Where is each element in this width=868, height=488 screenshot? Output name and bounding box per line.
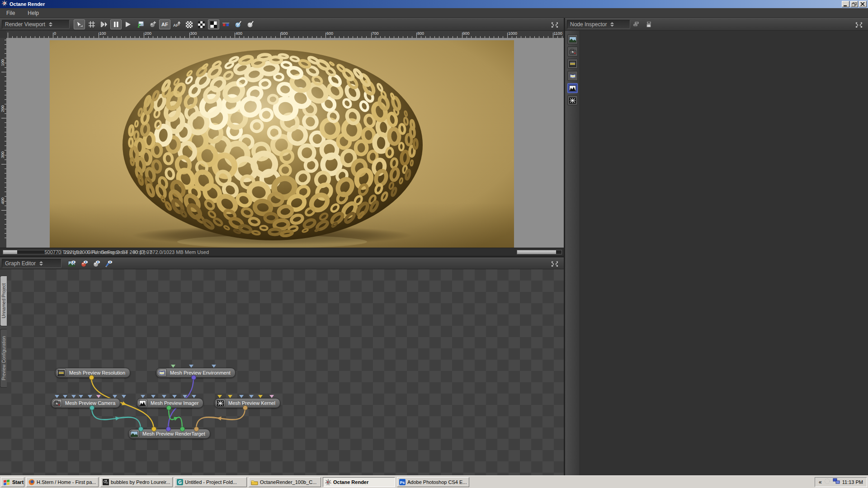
input-pin[interactable] <box>162 395 166 398</box>
pause-render-button[interactable] <box>110 19 122 29</box>
output-socket[interactable] <box>89 375 94 380</box>
close-button[interactable] <box>859 1 867 7</box>
input-pin[interactable] <box>228 395 232 398</box>
render-viewport-header: Render Viewport AFAF <box>0 18 564 31</box>
autofocus-button[interactable]: AF <box>159 19 170 29</box>
input-pin[interactable] <box>171 365 175 368</box>
autofocus-pick-button[interactable]: AF <box>171 19 183 29</box>
minimize-button[interactable] <box>842 1 849 7</box>
input-pin[interactable] <box>269 395 274 398</box>
input-pin[interactable] <box>122 395 126 398</box>
input-pin[interactable] <box>212 365 216 368</box>
input-pin[interactable] <box>96 395 101 398</box>
input-pin[interactable] <box>55 395 59 398</box>
node-environment[interactable]: Mesh Preview Environment <box>156 368 236 378</box>
tab-unnamed-project[interactable]: Unnamed Project <box>0 276 7 326</box>
viewport-selector[interactable]: Render Viewport <box>2 20 70 29</box>
input-pin[interactable] <box>113 395 117 398</box>
graph-fullscreen-button[interactable] <box>549 258 560 268</box>
checker-coarse-button[interactable] <box>196 19 207 29</box>
node-type-imager-button[interactable] <box>567 83 578 93</box>
output-socket[interactable] <box>166 405 171 410</box>
node-kernel[interactable]: Mesh Preview Kernel <box>214 398 280 408</box>
inspector-fullscreen-button[interactable] <box>854 19 864 29</box>
preview-material-button[interactable] <box>79 258 90 268</box>
play-render-button[interactable] <box>123 19 134 29</box>
restore-button[interactable] <box>850 1 858 7</box>
input-pin[interactable] <box>192 395 196 398</box>
tray-dial-icon[interactable] <box>824 478 830 486</box>
title-bar: Octane Render <box>0 0 868 8</box>
save-image-button[interactable] <box>135 19 146 29</box>
menu-bar: File Help <box>0 8 868 18</box>
node-type-image-button[interactable] <box>567 34 578 44</box>
bw-background-button[interactable] <box>208 19 219 29</box>
taskbar-item[interactable]: bubbles by Pedro Loureir... <box>100 477 173 487</box>
ruler-corner <box>0 31 6 38</box>
restart-render-button[interactable] <box>98 19 109 29</box>
taskbar-item[interactable]: PsAdobe Photoshop CS4 E... <box>397 477 469 487</box>
input-socket[interactable] <box>138 427 143 432</box>
octane-logo-icon <box>1 0 8 8</box>
input-pin[interactable] <box>88 395 92 398</box>
tab-preview-configuration[interactable]: Preview Configuration <box>0 329 7 388</box>
preview-paint-button[interactable] <box>103 258 114 268</box>
input-socket[interactable] <box>180 427 185 432</box>
input-pin[interactable] <box>249 395 254 398</box>
film-region-button[interactable] <box>86 19 97 29</box>
graph-editor-selector[interactable]: Graph Editor <box>2 259 61 268</box>
input-pin[interactable] <box>217 395 222 398</box>
output-socket[interactable] <box>191 375 196 380</box>
input-pin[interactable] <box>189 365 193 368</box>
node-imager[interactable]: Mesh Preview Imager <box>137 398 203 408</box>
input-pin[interactable] <box>258 395 263 398</box>
input-pin[interactable] <box>151 395 156 398</box>
render-viewport-canvas[interactable] <box>6 38 564 248</box>
anaglyph-button[interactable] <box>220 19 231 29</box>
node-resolution[interactable]: Mesh Preview Resolution <box>55 368 130 378</box>
input-socket[interactable] <box>166 427 171 432</box>
pick-material-gray-button[interactable] <box>245 19 256 29</box>
taskbar-item[interactable]: GUntitled - Project Fold... <box>175 477 247 487</box>
tree-expand-icon[interactable] <box>643 19 654 29</box>
photoshop-icon: Ps <box>399 479 406 485</box>
tree-collapse-icon[interactable] <box>631 19 642 29</box>
preview-image-button[interactable] <box>66 258 78 268</box>
input-socket[interactable] <box>194 427 199 432</box>
start-button[interactable]: Start <box>1 477 24 487</box>
taskbar-item[interactable]: Octane Render <box>323 477 395 487</box>
focus-pick-button[interactable] <box>147 19 158 29</box>
tray-chevrons[interactable]: « <box>819 479 822 485</box>
node-rendertarget[interactable]: Mesh Preview RenderTarget <box>128 429 210 439</box>
taskbar-clock: 11:13 PM <box>842 479 863 485</box>
node-camera[interactable]: Mesh Preview Camera <box>51 398 120 408</box>
vertical-ruler: 100200300400 <box>0 38 6 248</box>
menu-help[interactable]: Help <box>21 8 45 18</box>
checker-fine-button[interactable] <box>184 19 195 29</box>
input-pin[interactable] <box>172 395 177 398</box>
preview-texture-button[interactable] <box>91 258 102 268</box>
input-pin[interactable] <box>79 395 83 398</box>
node-type-camera-button[interactable] <box>567 47 578 56</box>
input-pin[interactable] <box>63 395 67 398</box>
taskbar-item[interactable]: H.Stern / Home - First pa... <box>26 477 99 487</box>
tray-network-icon[interactable] <box>833 478 840 486</box>
input-pin[interactable] <box>239 395 244 398</box>
output-socket[interactable] <box>90 405 94 410</box>
menu-file[interactable]: File <box>0 8 21 18</box>
taskbar-item[interactable]: OctaneRender_100b_C... <box>249 477 321 487</box>
output-socket[interactable] <box>243 405 248 410</box>
pick-material-blue-button[interactable] <box>232 19 244 29</box>
viewport-fullscreen-button[interactable] <box>549 19 560 29</box>
pick-cursor-button[interactable] <box>74 19 85 29</box>
node-type-resolution-button[interactable] <box>567 59 578 69</box>
input-pin[interactable] <box>183 395 187 398</box>
input-pin[interactable] <box>71 395 76 398</box>
input-pin[interactable] <box>141 395 145 398</box>
graph-editor-canvas[interactable]: Unnamed Project Preview Configuration Me… <box>0 269 564 475</box>
kernel-icon <box>215 399 225 407</box>
node-type-kernel-button[interactable] <box>567 95 578 105</box>
node-inspector-selector[interactable]: Node Inspector <box>567 20 630 29</box>
node-type-environment-button[interactable] <box>567 71 578 81</box>
input-socket[interactable] <box>151 427 156 432</box>
